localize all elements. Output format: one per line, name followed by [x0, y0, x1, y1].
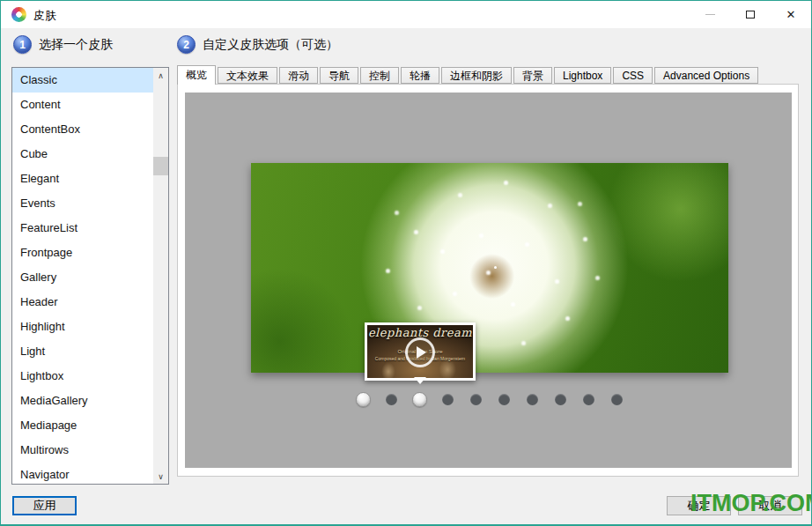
scrollbar-track[interactable]	[153, 83, 168, 469]
step-1: 1 选择一个皮肤	[13, 35, 113, 54]
step-2-badge-icon: 2	[177, 35, 196, 54]
skin-list-item-header[interactable]: Header	[12, 290, 153, 315]
dot-small-icon	[611, 394, 623, 405]
skin-list-item-lightbox[interactable]: Lightbox	[12, 364, 153, 389]
dot-small-icon	[583, 394, 594, 405]
dot-small-icon	[386, 394, 397, 405]
dot-small-icon	[498, 394, 510, 405]
skin-list-item-highlight[interactable]: Highlight	[12, 315, 153, 339]
skin-list-item-multirows[interactable]: Multirows	[12, 438, 153, 463]
skin-options-tabs: 概览文本效果滑动导航控制轮播边框和阴影背景LightboxCSSAdvanced…	[177, 65, 799, 477]
tab-导航[interactable]: 导航	[320, 67, 358, 84]
skin-list-item-mediapage[interactable]: Mediapage	[12, 413, 153, 438]
dandelion-sparkles	[494, 266, 497, 269]
slide-dot-5[interactable]	[461, 389, 490, 409]
skin-list-scrollbar[interactable]: ∧ ∨	[153, 68, 168, 484]
skin-list-item-light[interactable]: Light	[12, 339, 153, 364]
window-title: 皮肤	[33, 8, 56, 24]
slide-dot-3[interactable]	[405, 389, 433, 409]
play-button-icon[interactable]	[405, 337, 435, 367]
tab-轮播[interactable]: 轮播	[401, 67, 439, 84]
skin-dialog-window: 皮肤 ✕ 1 选择一个皮肤 2 自定义皮肤选项（可选） ClassicConte…	[0, 0, 812, 526]
scroll-down-button[interactable]: ∨	[153, 469, 168, 484]
slide-dot-6[interactable]	[490, 389, 518, 409]
skin-list-item-frontpage[interactable]: Frontpage	[12, 241, 153, 265]
titlebar: 皮肤 ✕	[1, 1, 811, 28]
scrollbar-thumb[interactable]	[153, 157, 168, 175]
dandelion-slide-image[interactable]	[251, 163, 728, 373]
window-controls: ✕	[690, 1, 811, 28]
minimize-button[interactable]	[690, 1, 730, 28]
apply-button[interactable]: 应用	[12, 496, 77, 515]
slide-dot-4[interactable]	[433, 389, 461, 409]
tab-Advanced Options[interactable]: Advanced Options	[654, 67, 758, 84]
slide-dot-9[interactable]	[574, 389, 602, 409]
minimize-icon	[705, 14, 715, 15]
dot-small-icon	[442, 394, 454, 405]
skin-list-item-gallery[interactable]: Gallery	[12, 265, 153, 290]
skin-list-item-navigator[interactable]: Navigator	[12, 463, 153, 484]
maximize-button[interactable]	[730, 1, 771, 28]
scroll-up-button[interactable]: ∧	[153, 68, 168, 83]
skin-list-item-cube[interactable]: Cube	[12, 142, 153, 167]
skin-list-item-contentbox[interactable]: ContentBox	[12, 117, 153, 142]
slide-dot-8[interactable]	[546, 389, 574, 409]
slide-dot-7[interactable]	[518, 389, 546, 409]
step-1-badge-icon: 1	[13, 35, 32, 54]
slide-dot-10[interactable]	[602, 389, 631, 409]
tab-概览[interactable]: 概览	[177, 65, 216, 85]
tab-边框和阴影[interactable]: 边框和阴影	[441, 67, 512, 84]
skin-list: ClassicContentContentBoxCubeElegantEvent…	[11, 67, 169, 485]
dot-small-icon	[555, 394, 566, 405]
app-logo-icon	[11, 7, 26, 22]
skin-list-item-events[interactable]: Events	[12, 191, 153, 216]
tab-panel-overview: elephants dream Original Film Score Comp…	[177, 84, 799, 477]
video-thumbnail-image: elephants dream Original Film Score Comp…	[367, 325, 473, 378]
step-2: 2 自定义皮肤选项（可选）	[177, 35, 338, 54]
preview-area: elephants dream Original Film Score Comp…	[185, 93, 792, 468]
cancel-button[interactable]: 取消	[738, 496, 802, 515]
tab-CSS[interactable]: CSS	[613, 67, 653, 84]
maximize-icon	[746, 11, 755, 19]
dot-large-icon	[356, 392, 371, 407]
tab-文本效果[interactable]: 文本效果	[218, 67, 277, 84]
slide-dot-1[interactable]	[349, 389, 377, 409]
dot-small-icon	[470, 394, 482, 405]
dot-large-icon	[412, 392, 427, 407]
steps-bar: 1 选择一个皮肤 2 自定义皮肤选项（可选）	[1, 28, 811, 62]
close-icon: ✕	[786, 9, 796, 20]
tab-strip: 概览文本效果滑动导航控制轮播边框和阴影背景LightboxCSSAdvanced…	[177, 65, 760, 84]
skin-list-item-elegant[interactable]: Elegant	[12, 167, 153, 191]
skin-list-item-mediagallery[interactable]: MediaGallery	[12, 389, 153, 413]
chevron-up-icon: ∧	[158, 71, 164, 80]
slide-dots-nav	[349, 389, 631, 409]
tab-滑动[interactable]: 滑动	[279, 67, 318, 84]
skin-list-items: ClassicContentContentBoxCubeElegantEvent…	[12, 68, 153, 484]
close-button[interactable]: ✕	[771, 1, 811, 28]
skin-list-item-classic[interactable]: Classic	[12, 68, 153, 93]
tab-背景[interactable]: 背景	[513, 67, 552, 84]
skin-list-item-content[interactable]: Content	[12, 93, 153, 117]
slide-dot-2[interactable]	[377, 389, 405, 409]
tab-控制[interactable]: 控制	[360, 67, 399, 84]
video-thumbnail-tooltip[interactable]: elephants dream Original Film Score Comp…	[365, 322, 476, 381]
tab-Lightbox[interactable]: Lightbox	[554, 67, 611, 84]
play-triangle-icon	[417, 346, 426, 359]
skin-list-item-featurelist[interactable]: FeatureList	[12, 216, 153, 241]
dot-small-icon	[527, 394, 538, 405]
ok-button[interactable]: 确定	[667, 496, 731, 515]
step-1-label: 选择一个皮肤	[39, 37, 113, 53]
chevron-down-icon: ∨	[158, 472, 164, 481]
step-2-label: 自定义皮肤选项（可选）	[203, 37, 338, 53]
